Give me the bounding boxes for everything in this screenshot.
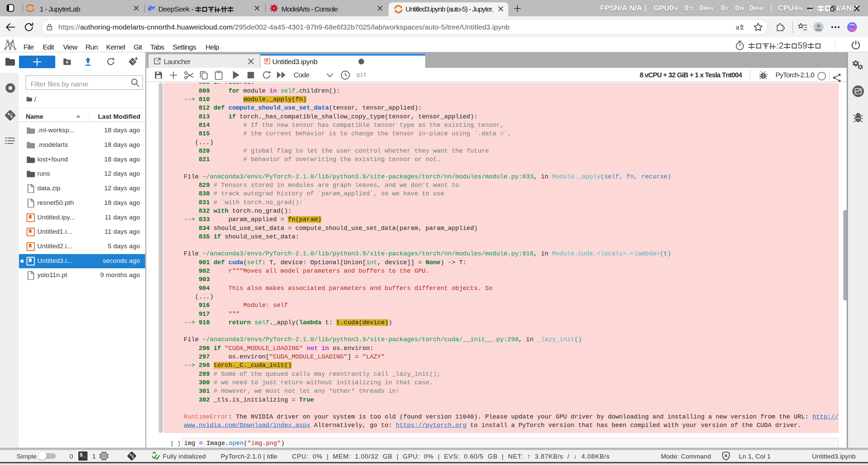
svg-text:a: a (736, 24, 739, 31)
